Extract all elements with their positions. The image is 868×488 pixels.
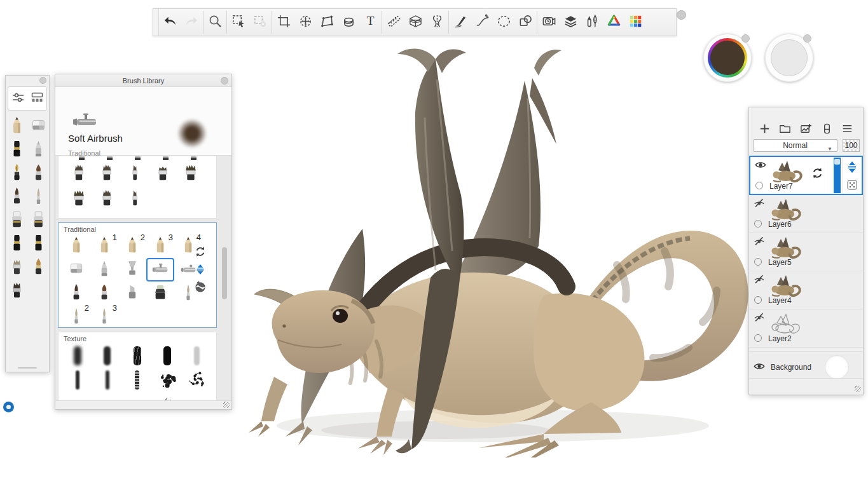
palette-brush-eraser[interactable] <box>27 115 49 139</box>
visibility-eye-off-icon[interactable] <box>754 274 765 284</box>
visibility-eye-icon[interactable] <box>755 160 766 170</box>
current-color-swatch[interactable] <box>710 41 745 75</box>
traditional-brush-flow-brush[interactable] <box>118 258 146 281</box>
trackpad-puck[interactable] <box>3 402 14 412</box>
time-lapse-tool-button[interactable] <box>538 9 560 36</box>
brush-library-titlebar[interactable]: Brush Library <box>55 74 231 87</box>
traditional-brush-round-brush[interactable] <box>90 281 118 305</box>
menu-button[interactable] <box>840 123 855 137</box>
layer-row-Layer4[interactable]: Layer4 <box>749 271 863 309</box>
texture-brush-thin2[interactable] <box>92 368 122 392</box>
traditional-brush-flat-brush[interactable] <box>146 281 174 305</box>
traditional-brush-detail-3[interactable]: 3 <box>90 305 118 328</box>
brush-settings-button[interactable] <box>10 90 26 107</box>
deselect-tool-button[interactable] <box>249 9 271 36</box>
visibility-eye-off-icon[interactable] <box>754 313 765 322</box>
bristle-brush[interactable] <box>93 160 121 186</box>
symmetry-tool-button[interactable] <box>426 9 448 36</box>
brush-palette-titlebar[interactable] <box>6 76 49 85</box>
palette-brush-fountain-pen[interactable] <box>6 162 27 186</box>
texture-brush-thin[interactable] <box>62 368 92 392</box>
color-puck-handle-dot[interactable] <box>741 34 750 43</box>
crop-tool-button[interactable] <box>273 9 294 36</box>
layer-refresh-icon[interactable] <box>811 167 823 179</box>
toolbar-grip[interactable] <box>153 9 159 36</box>
brush-puck-handle-dot[interactable] <box>803 34 811 43</box>
texture-brush-soft2[interactable] <box>92 344 122 368</box>
brush-palette-close-dot[interactable] <box>39 77 46 84</box>
layer-color-label-radio[interactable] <box>754 258 762 266</box>
undo-tool-button[interactable] <box>159 9 181 36</box>
blend-mode-select[interactable]: Normal ▼ <box>753 139 837 152</box>
layer-thumbnail[interactable] <box>768 197 803 221</box>
add-group-button[interactable] <box>778 123 793 137</box>
brush-library-tool-button[interactable] <box>581 9 603 36</box>
copic-library-tool-button[interactable] <box>624 9 646 36</box>
traditional-brush-pencil-1[interactable]: 1 <box>90 234 118 258</box>
import-image-button[interactable] <box>798 123 813 137</box>
transform-tool-button[interactable] <box>294 9 316 36</box>
palette-brush-round-brush[interactable] <box>27 162 49 186</box>
select-tool-button[interactable] <box>228 9 249 36</box>
bristle-brush[interactable] <box>65 186 93 211</box>
traditional-brush-pencil-2[interactable]: 2 <box>118 234 146 258</box>
traditional-brush-ink-brush[interactable] <box>62 281 90 305</box>
bristle-brush[interactable] <box>177 160 205 186</box>
texture-brush-solid[interactable] <box>152 344 182 368</box>
palette-brush-bristle-dark[interactable] <box>6 280 27 303</box>
texture-brush-scratch[interactable] <box>122 344 152 368</box>
palette-brush-flat-marker-2[interactable] <box>27 209 49 233</box>
texture-brush-stipple[interactable] <box>182 368 212 392</box>
sync-brushes-button[interactable] <box>195 246 206 257</box>
bristle-brush[interactable] <box>149 160 177 186</box>
palette-brush-detail-brush[interactable] <box>27 186 49 209</box>
brush-puck-surface[interactable] <box>771 39 808 76</box>
brush-library-scrollbar[interactable] <box>222 247 227 299</box>
opacity-slider-handle[interactable] <box>834 159 840 165</box>
layer-row-Layer7[interactable]: Layer7 <box>749 156 863 195</box>
traditional-brush-eraser[interactable] <box>62 258 90 281</box>
steady-stroke-tool-button[interactable] <box>450 9 471 36</box>
shapes-tool-button[interactable] <box>514 9 536 36</box>
predictive-stroke-tool-button[interactable] <box>471 9 493 36</box>
bristle-brush[interactable] <box>121 160 149 186</box>
canvas-artwork-dragon[interactable] <box>245 41 754 458</box>
traditional-brush-chisel-marker[interactable] <box>118 281 146 305</box>
text-tool-button[interactable]: T <box>359 9 381 36</box>
palette-brush-pencil[interactable] <box>6 115 27 139</box>
layer-lock-dice-icon[interactable] <box>847 180 857 190</box>
traditional-brush-pencil[interactable] <box>62 234 90 258</box>
palette-brush-chisel-tip[interactable] <box>6 139 27 162</box>
layer-thumbnail[interactable] <box>768 311 803 336</box>
palette-brush-bristle-light[interactable] <box>6 256 27 280</box>
toolbar-dock-handle[interactable] <box>677 10 686 20</box>
layer-color-label-radio[interactable] <box>754 334 762 342</box>
layer-color-label-radio[interactable] <box>754 296 762 304</box>
visibility-eye-icon[interactable] <box>754 362 765 371</box>
traditional-brush-detail-2[interactable]: 2 <box>62 305 90 328</box>
brush-puck-button[interactable] <box>195 264 206 275</box>
layer-puck-icon[interactable] <box>846 161 858 173</box>
layer-row-Layer2[interactable]: Layer2 <box>749 309 863 348</box>
palette-brush-flat-marker-1[interactable] <box>6 209 27 233</box>
scramble-brush-button[interactable] <box>195 281 206 293</box>
layer-row-Layer6[interactable]: Layer6 <box>749 195 863 233</box>
visibility-eye-off-icon[interactable] <box>754 236 765 246</box>
perspective-tool-button[interactable] <box>404 9 426 36</box>
brush-palette-resize-handle[interactable] <box>18 367 37 369</box>
eraser-button[interactable] <box>819 123 834 137</box>
layer-thumbnail[interactable] <box>769 159 804 183</box>
brush-library-button[interactable] <box>29 90 45 107</box>
texture-brush-chain[interactable] <box>122 368 152 392</box>
color-puck[interactable] <box>703 34 752 82</box>
layer-thumbnail[interactable] <box>768 273 803 297</box>
layer-color-label-radio[interactable] <box>755 182 763 189</box>
palette-brush-ink-brush[interactable] <box>6 186 27 209</box>
layer-opacity-slider[interactable] <box>834 158 841 193</box>
layer-thumbnail[interactable] <box>768 235 803 259</box>
background-layer-row[interactable]: Background <box>749 351 863 382</box>
bristle-brush[interactable] <box>65 160 93 186</box>
bristle-brush[interactable] <box>121 186 149 211</box>
add-layer-button[interactable] <box>757 123 772 137</box>
traditional-brush-airbrush-cone[interactable] <box>90 258 118 281</box>
